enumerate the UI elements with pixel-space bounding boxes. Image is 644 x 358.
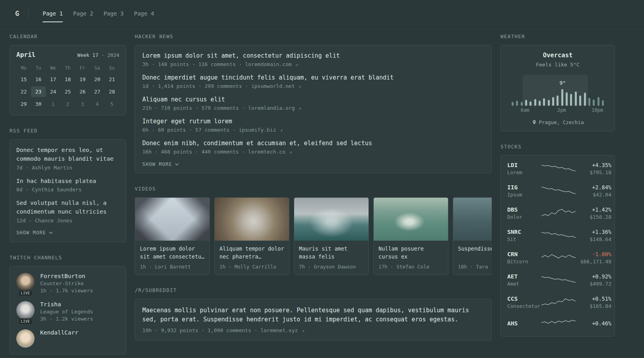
- stock-row[interactable]: LDI Lorem +4.35% $795.18: [507, 158, 608, 180]
- rss-show-more-button[interactable]: SHOW MORE: [16, 230, 119, 235]
- twitch-channel[interactable]: LIVE Trisha League of Legends 3h · 1.2k …: [16, 301, 119, 322]
- weather-condition: Overcast: [506, 52, 609, 59]
- top-nav: G Page 1 Page 2 Page 3 Page 4: [0, 0, 644, 27]
- news-item[interactable]: Donec enim nibh, condimentum et accumsan…: [142, 140, 484, 155]
- channel-avatar: [16, 301, 35, 319]
- stock-sparkline: [541, 207, 576, 219]
- reddit-post-title[interactable]: Maecenas mollis pulvinar erat non posuer…: [142, 306, 484, 325]
- calendar-day: 24: [46, 86, 60, 97]
- stock-values: +1.42% $156.28: [576, 206, 611, 220]
- twitch-channel[interactable]: LIVE ForrestBurton Counter-Strike 1h · 1…: [16, 273, 119, 294]
- twitch-channel[interactable]: KendallCarr: [16, 329, 119, 348]
- news-item[interactable]: Integer eget rutrum lorem 6h · 60 points…: [142, 118, 484, 133]
- video-meta: 1h · Molly Carrillo: [219, 264, 284, 270]
- calendar-card: April Week 17 · 2024 Mo Tu We Th Fr Sa S…: [10, 45, 126, 115]
- weather-section-title: WEATHER: [500, 33, 615, 39]
- video-card[interactable]: Aliquam tempor dolor nec pharetra… 1h · …: [214, 197, 289, 275]
- avatar: [16, 329, 35, 348]
- calendar-day: 15: [16, 74, 31, 85]
- calendar-day: 26: [75, 86, 90, 97]
- separator-dot: ·: [101, 52, 105, 58]
- stock-values: +0.46%: [576, 320, 611, 328]
- calendar-year: 2024: [107, 52, 119, 58]
- stock-row[interactable]: CCS Consectetur +0.51% $165.84: [507, 291, 608, 313]
- stock-row[interactable]: CRN Bitcorn -1.00% $66,171.48: [507, 247, 608, 269]
- news-title: Lorem ipsum dolor sit amet, consectetur …: [142, 52, 484, 59]
- app-logo[interactable]: G: [12, 0, 29, 27]
- news-meta: 3h · 148 points · 116 comments · loremdo…: [142, 61, 484, 67]
- stock-row[interactable]: IIG Ipsum +2.84% $42.04: [507, 180, 608, 202]
- location-pin-icon: [532, 120, 537, 125]
- video-body: Aliquam tempor dolor nec pharetra… 1h · …: [215, 241, 289, 274]
- external-link-icon: ↗: [296, 62, 299, 67]
- stock-name: Ipsum: [507, 192, 541, 198]
- news-meta-text: 1d · 1,414 points · 299 comments · ipsum…: [142, 83, 295, 89]
- video-body: Mauris sit amet massa felis 7h · Grayson…: [294, 241, 369, 274]
- stock-row[interactable]: AET Amet +0.92% $499.72: [507, 269, 608, 291]
- stock-price: $66,171.48: [576, 259, 611, 265]
- video-card[interactable]: Nullam posuere cursus ex 17h · Stefan Co…: [373, 197, 448, 275]
- channel-avatar: [16, 329, 35, 348]
- stocks-section-title: STOCKS: [500, 144, 615, 150]
- weather-time-labels: 6am 2pm 10pm: [509, 107, 607, 114]
- calendar-day: 21: [105, 74, 119, 85]
- video-card[interactable]: Suspendisse diam 18h · Tara: [453, 197, 492, 275]
- rss-item-title: In hac habitasse platea: [16, 177, 119, 186]
- calendar-dow: We: [46, 64, 60, 72]
- news-title: Donec imperdiet augue tincidunt felis al…: [142, 74, 484, 81]
- calendar-week-info: Week 17 · 2024: [78, 52, 119, 58]
- reddit-post-meta-text: 19h · 9,932 points · 1,090 comments · lo…: [142, 327, 298, 333]
- calendar-day-selected: 23: [31, 86, 46, 97]
- video-title: Lorem ipsum dolor sit amet consectetu…: [140, 245, 205, 261]
- channel-meta: 3h · 1.2k viewers: [40, 316, 93, 322]
- stock-change: -1.00%: [576, 251, 611, 257]
- weather-time-label: 10pm: [592, 107, 603, 113]
- stock-price: $148.64: [576, 236, 611, 242]
- tab-page-1[interactable]: Page 1: [37, 0, 68, 27]
- tab-page-2[interactable]: Page 2: [68, 0, 99, 27]
- rss-item-meta: 7d · Ashlyn Martin: [16, 165, 119, 171]
- news-item[interactable]: Aliquam nec cursus elit 21h · 710 points…: [142, 96, 484, 111]
- page-tabs: Page 1 Page 2 Page 3 Page 4: [37, 0, 159, 27]
- rss-section-title: RSS FEED: [10, 128, 126, 134]
- calendar-header: April Week 17 · 2024: [16, 51, 119, 58]
- hackernews-widget: HACKER NEWS Lorem ipsum dolor sit amet, …: [135, 33, 492, 173]
- calendar-widget: CALENDAR April Week 17 · 2024 Mo Tu We T…: [10, 33, 126, 115]
- news-item[interactable]: Lorem ipsum dolor sit amet, consectetur …: [142, 52, 484, 67]
- stock-row[interactable]: DBS Dolor +1.42% $156.28: [507, 202, 608, 224]
- video-title: Aliquam tempor dolor nec pharetra…: [219, 245, 284, 261]
- stock-change: +4.35%: [576, 162, 611, 168]
- stock-price: $795.18: [576, 169, 611, 175]
- stock-sparkline: [541, 230, 576, 241]
- rss-item[interactable]: Donec tempor eros leo, ut commodo mauris…: [16, 146, 119, 171]
- reddit-section-title: /R/SUBREDDIT: [135, 287, 492, 293]
- video-card[interactable]: Lorem ipsum dolor sit amet consectetu… 1…: [135, 197, 210, 275]
- rss-item[interactable]: Sed volutpat nulla nisl, a condimentum n…: [16, 199, 119, 224]
- stock-row[interactable]: AHS +0.46%: [507, 313, 608, 334]
- chevron-down-icon: [175, 163, 179, 165]
- tab-page-3[interactable]: Page 3: [98, 0, 129, 27]
- rss-widget: RSS FEED Donec tempor eros leo, ut commo…: [10, 128, 126, 242]
- stock-change: +0.51%: [576, 296, 611, 302]
- stock-change: +2.84%: [576, 184, 611, 191]
- hackernews-show-more-label: SHOW MORE: [142, 161, 172, 167]
- calendar-day-next-month: 2: [60, 99, 75, 109]
- stock-name: Lorem: [507, 169, 541, 175]
- stock-values: +1.36% $148.64: [576, 229, 611, 242]
- stock-change: +0.46%: [576, 320, 611, 327]
- calendar-day: 28: [105, 86, 119, 97]
- tab-page-4[interactable]: Page 4: [129, 0, 159, 27]
- stock-id: AHS: [507, 320, 541, 328]
- weather-bars: [509, 75, 607, 106]
- calendar-day-next-month: 4: [90, 99, 105, 109]
- stock-ticker: CRN: [507, 251, 541, 257]
- stock-row[interactable]: SNRC Sit +1.36% $148.64: [507, 224, 608, 247]
- stock-change: +0.92%: [576, 273, 611, 280]
- calendar-grid: Mo Tu We Th Fr Sa Su 15 16 17 18 19 20 2…: [16, 64, 119, 109]
- news-item[interactable]: Donec imperdiet augue tincidunt felis al…: [142, 74, 484, 89]
- hackernews-show-more-button[interactable]: SHOW MORE: [142, 161, 484, 167]
- video-thumbnail: [453, 198, 492, 241]
- rss-item[interactable]: In hac habitasse platea 8d · Cynthia Sau…: [16, 177, 119, 193]
- stock-ticker: SNRC: [507, 229, 541, 235]
- video-card[interactable]: Mauris sit amet massa felis 7h · Grayson…: [294, 197, 369, 275]
